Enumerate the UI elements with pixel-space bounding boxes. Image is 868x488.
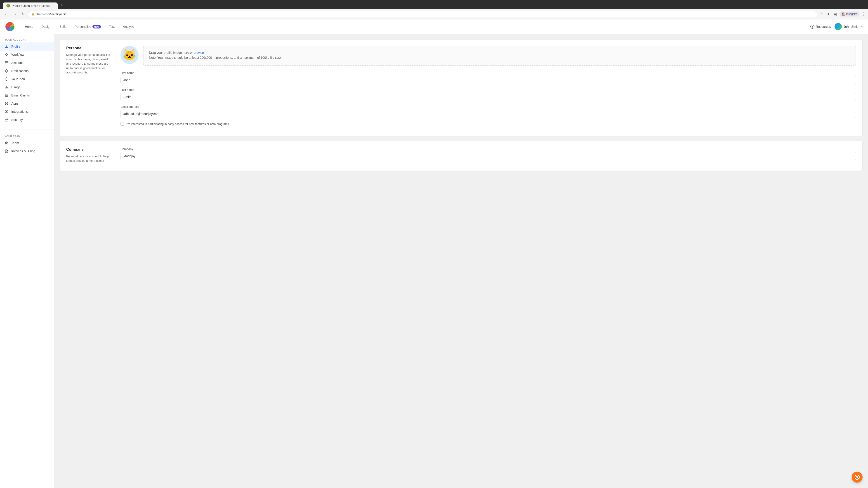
sidebar-label-profile: Profile — [11, 45, 20, 48]
help-button[interactable] — [852, 472, 863, 483]
last-name-input[interactable] — [121, 93, 856, 101]
user-menu[interactable]: John Smith ▾ — [835, 23, 863, 30]
sidebar-toggle-icon[interactable]: ▣ — [833, 11, 838, 17]
litmus-logo[interactable] — [5, 22, 14, 31]
personalize-new-badge: New — [92, 25, 101, 29]
browser-toolbar: ← → ↻ 🔒 litmus.com/identity/edit ☆ ⬇ ▣ 🕵… — [0, 9, 868, 20]
svg-rect-2 — [5, 54, 6, 55]
company-meta: Company Personalize your account to help… — [66, 147, 112, 164]
back-button[interactable]: ← — [3, 11, 9, 18]
browser-chrome: Profile > John Smith > Litmus × + ← → ↻ … — [0, 0, 868, 20]
sidebar-label-your-plan: Your Plan — [11, 77, 25, 81]
nav-build[interactable]: Build — [56, 23, 70, 30]
tab-title: Profile > John Smith > Litmus — [12, 4, 50, 7]
resources-button[interactable]: i Resources — [810, 25, 831, 29]
integrations-icon — [4, 109, 8, 113]
invoices-icon — [4, 149, 8, 153]
nav-home[interactable]: Home — [22, 23, 36, 30]
url-bar[interactable]: 🔒 litmus.com/identity/edit — [28, 11, 817, 17]
sidebar-item-team[interactable]: Team — [0, 139, 54, 147]
sidebar: YOUR ACCOUNT Profile Workflow Account No… — [0, 34, 54, 488]
user-avatar — [835, 23, 842, 30]
sidebar-item-account[interactable]: Account — [0, 59, 54, 67]
email-group: Email address — [121, 105, 856, 118]
sidebar-label-workflow: Workflow — [11, 53, 24, 57]
company-input[interactable] — [121, 152, 856, 160]
more-options-button[interactable]: ⋮ — [861, 11, 865, 17]
security-icon — [4, 118, 8, 122]
sidebar-item-security[interactable]: Security — [0, 116, 54, 124]
nav-design[interactable]: Design — [38, 23, 55, 30]
company-section-card: Company Personalize your account to help… — [60, 141, 863, 171]
nav-personalize[interactable]: Personalize New — [71, 23, 104, 30]
sidebar-label-usage: Usage — [11, 86, 20, 89]
incognito-label: Incognito — [846, 12, 857, 15]
main-nav: Home Design Build Personalize New Test A… — [22, 23, 810, 30]
incognito-icon: 🕵 — [842, 12, 845, 15]
resources-icon: i — [810, 25, 814, 29]
team-icon — [4, 141, 8, 145]
active-tab[interactable]: Profile > John Smith > Litmus × — [3, 2, 58, 9]
last-name-label: Last name — [121, 88, 856, 92]
personal-description: Manage your personal details like your d… — [66, 53, 112, 75]
sidebar-item-apps[interactable]: Apps — [0, 99, 54, 107]
toolbar-actions: ☆ ⬇ ▣ 🕵 Incognito ⋮ — [819, 11, 865, 17]
beta-checkbox[interactable] — [121, 122, 124, 126]
last-name-group: Last name — [121, 88, 856, 101]
new-tab-button[interactable]: + — [59, 2, 65, 9]
forward-button[interactable]: → — [11, 11, 18, 18]
sidebar-item-your-plan[interactable]: Your Plan — [0, 75, 54, 83]
plan-icon — [4, 77, 8, 81]
upload-browse-link[interactable]: browse — [194, 51, 204, 55]
nav-test[interactable]: Test — [106, 23, 118, 30]
company-label: Company — [121, 147, 856, 151]
sidebar-label-team: Team — [11, 141, 19, 145]
sidebar-item-email-clients[interactable]: Email Clients — [0, 91, 54, 99]
user-name: John Smith — [844, 25, 860, 29]
sidebar-item-notifications[interactable]: Notifications — [0, 67, 54, 75]
sidebar-item-workflow[interactable]: Workflow — [0, 51, 54, 59]
sidebar-item-invoices-billing[interactable]: Invoices & Billing — [0, 147, 54, 155]
sidebar-label-security: Security — [11, 118, 23, 122]
email-clients-icon — [4, 93, 8, 97]
incognito-button[interactable]: 🕵 Incognito — [839, 11, 860, 17]
svg-rect-3 — [7, 54, 8, 55]
svg-marker-18 — [5, 110, 8, 111]
profile-image-row: 🐱 Drag your profile image here or browse… — [121, 46, 856, 66]
upload-note: Note: Your image should be at least 200x… — [149, 56, 850, 59]
nav-analyze[interactable]: Analyze — [120, 23, 137, 30]
svg-rect-1 — [5, 47, 8, 47]
sidebar-item-profile[interactable]: Profile — [0, 42, 54, 51]
url-text: litmus.com/identity/edit — [36, 12, 66, 16]
profile-icon — [4, 44, 8, 48]
email-input[interactable] — [121, 110, 856, 118]
reload-button[interactable]: ↻ — [20, 11, 26, 18]
workflow-icon — [4, 53, 8, 57]
svg-point-20 — [5, 142, 6, 143]
bookmark-icon[interactable]: ☆ — [819, 11, 824, 17]
usage-icon — [4, 85, 8, 89]
first-name-group: First name — [121, 71, 856, 84]
svg-rect-10 — [5, 61, 8, 64]
tab-close-btn[interactable]: × — [52, 4, 54, 7]
first-name-input[interactable] — [121, 76, 856, 84]
tab-favicon — [6, 4, 10, 7]
url-secure-icon: 🔒 — [31, 12, 35, 15]
download-icon[interactable]: ⬇ — [826, 11, 831, 17]
upload-area[interactable]: Drag your profile image here or browse N… — [143, 46, 856, 66]
sidebar-label-integrations: Integrations — [11, 110, 28, 113]
company-group: Company — [121, 147, 856, 160]
account-icon — [4, 61, 8, 65]
sidebar-item-usage[interactable]: Usage — [0, 83, 54, 91]
upload-text: Drag your profile image here or browse — [149, 51, 850, 55]
user-menu-chevron: ▾ — [861, 25, 863, 28]
svg-point-0 — [6, 45, 7, 46]
your-team-label: YOUR TEAM — [0, 135, 54, 138]
profile-avatar: 🐱 — [121, 46, 138, 64]
resources-label: Resources — [816, 25, 831, 29]
personal-meta: Personal Manage your personal details li… — [66, 46, 112, 130]
company-description: Personalize your account to help Litmus … — [66, 154, 112, 163]
personal-title: Personal — [66, 46, 112, 51]
sidebar-item-integrations[interactable]: Integrations — [0, 107, 54, 116]
first-name-label: First name — [121, 71, 856, 74]
